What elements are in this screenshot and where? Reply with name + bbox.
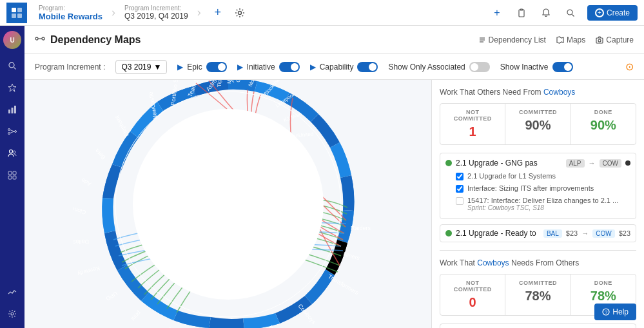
svg-point-14	[8, 133, 10, 135]
svg-point-30	[598, 39, 601, 42]
page-title-area: Dependency Maps	[35, 34, 141, 46]
dep1-header: 2.1 Upgrade - GNG pas ALP → COW	[445, 159, 630, 168]
bell-icon-btn[interactable]	[538, 5, 554, 21]
help-icon: ?	[602, 308, 610, 316]
dep1-red-dot	[625, 160, 630, 166]
segment-label: Ade	[80, 177, 92, 188]
svg-rect-10	[8, 110, 10, 113]
not-committed-cell-2: NOT COMMITTED 0	[440, 275, 505, 315]
segment-label: Beta	[93, 148, 106, 160]
show-associated-group: Show Only Associated	[388, 62, 489, 72]
segment-label: Kennedy	[76, 265, 100, 277]
page-header: Dependency Maps Dependency List Maps Cap…	[24, 26, 644, 54]
settings-button[interactable]	[232, 5, 248, 21]
dep1-tag2: COW	[600, 159, 621, 168]
capability-arrow-icon: ▶	[310, 63, 316, 72]
dependency-list-btn[interactable]: Dependency List	[478, 35, 546, 44]
svg-rect-19	[13, 171, 16, 175]
segment-label: Medico	[226, 80, 233, 84]
svg-point-22	[11, 313, 14, 315]
show-inactive-label: Show Inactive	[500, 63, 549, 72]
not-committed-cell-1: NOT COMMITTED 1	[440, 104, 505, 144]
top-header: Program: Mobile Rewards › Program Increm…	[0, 0, 644, 26]
dep2-tag2: COW	[592, 229, 614, 238]
dep1-status-dot	[445, 160, 452, 166]
epic-toggle[interactable]	[206, 62, 227, 72]
capability-label: Capability	[320, 63, 354, 72]
segment-label: Niners	[342, 251, 360, 262]
section1-team-link[interactable]: Cowboys	[543, 88, 575, 97]
segment-label: Transformers	[327, 273, 360, 296]
dep1-arrow: →	[589, 159, 596, 167]
dep1-sub1-checkbox[interactable]	[456, 173, 463, 180]
add-button[interactable]: +	[210, 5, 226, 21]
segment-label: Dallas	[73, 238, 89, 246]
search-icon-btn[interactable]	[563, 5, 578, 21]
help-button[interactable]: ? Help	[594, 304, 636, 320]
dependency-item-2: 2.1 Upgrade - Ready to BAL $23 → COW $23	[440, 224, 636, 242]
svg-point-16	[10, 150, 13, 153]
done-cell-1: DONE 90%	[571, 104, 636, 144]
svg-point-13	[8, 129, 10, 131]
clipboard-icon-btn[interactable]	[514, 5, 529, 21]
capture-btn[interactable]: Capture	[596, 35, 634, 44]
initiative-toggle-group: ▶ Initiative	[237, 62, 300, 72]
epic-toggle-group: ▶ Epic	[177, 62, 226, 72]
svg-text:?: ?	[605, 309, 608, 315]
svg-point-7	[567, 10, 572, 15]
sidebar-icon-chart[interactable]	[3, 101, 21, 119]
dep1-sub2-checkbox[interactable]	[456, 185, 463, 193]
initiative-toggle[interactable]	[279, 62, 300, 72]
dep1-tag: ALP	[566, 159, 585, 168]
maps-btn[interactable]: Maps	[556, 35, 585, 44]
dependency-item-1: 2.1 Upgrade - GNG pas ALP → COW 2.1 Upgr…	[440, 153, 636, 219]
svg-point-17	[13, 151, 15, 153]
sidebar-icon-star[interactable]	[3, 79, 21, 97]
nav-arrow: ›	[112, 6, 115, 19]
svg-rect-1	[17, 8, 22, 12]
sidebar-icon-flow[interactable]	[3, 122, 21, 140]
sidebar-icon-analytics[interactable]	[3, 283, 21, 301]
capability-toggle[interactable]	[357, 62, 378, 72]
section2-title: Work That Cowboys Needs From Others	[440, 258, 636, 267]
section2-team-link[interactable]: Cowboys	[477, 258, 509, 267]
nav-arrow2: ›	[197, 6, 201, 19]
create-button[interactable]: + Create	[587, 5, 638, 21]
sidebar-icon-search[interactable]	[3, 57, 21, 75]
create-plus-icon: +	[595, 8, 604, 17]
chord-diagram: Australia Mobile Rewards Blockchain Live…	[73, 80, 383, 328]
sidebar-icon-people[interactable]	[3, 144, 21, 162]
svg-rect-2	[12, 14, 16, 18]
page-title: Dependency Maps	[50, 34, 141, 46]
capability-toggle-group: ▶ Capability	[310, 62, 378, 72]
svg-rect-5	[519, 10, 524, 17]
sidebar-icon-settings[interactable]	[3, 305, 21, 323]
committed-cell-1: COMMITTED 90%	[505, 104, 571, 144]
add-icon-btn[interactable]: +	[489, 5, 505, 21]
svg-rect-18	[8, 171, 12, 175]
pi-select[interactable]: Q3 2019 ▼	[115, 60, 167, 74]
segment-label: UPD	[104, 290, 119, 302]
dep2-arrow: →	[581, 229, 589, 237]
dependency-item-3: Interface: PPFW server COW $23 → NN	[440, 323, 636, 328]
segment-label: Elephant	[113, 114, 130, 138]
show-associated-toggle[interactable]	[469, 62, 490, 72]
user-avatar[interactable]: U	[3, 31, 21, 49]
increment-info: Program Increment: Q3 2019, Q4 2019	[124, 5, 188, 21]
svg-rect-12	[14, 106, 16, 113]
svg-rect-29	[596, 38, 603, 43]
sidebar-icon-grid[interactable]	[3, 166, 21, 184]
initiative-arrow-icon: ▶	[237, 63, 243, 72]
epic-arrow-icon: ▶	[177, 63, 183, 72]
sidebar: U	[0, 26, 24, 328]
epic-label: Epic	[187, 63, 202, 72]
svg-point-15	[15, 131, 17, 133]
svg-rect-11	[12, 108, 14, 113]
dep2-status-dot	[445, 230, 452, 236]
filter-bar: Program Increment : Q3 2019 ▼ ▶ Epic ▶ I…	[24, 54, 644, 80]
loading-spinner: ⊙	[625, 61, 634, 73]
header-icons: + + Create	[489, 5, 638, 21]
dep2-title: 2.1 Upgrade - Ready to	[456, 229, 540, 238]
show-inactive-toggle[interactable]	[552, 62, 573, 72]
dep1-sub2: Interface: Sizing ITS after improvements	[445, 182, 630, 195]
